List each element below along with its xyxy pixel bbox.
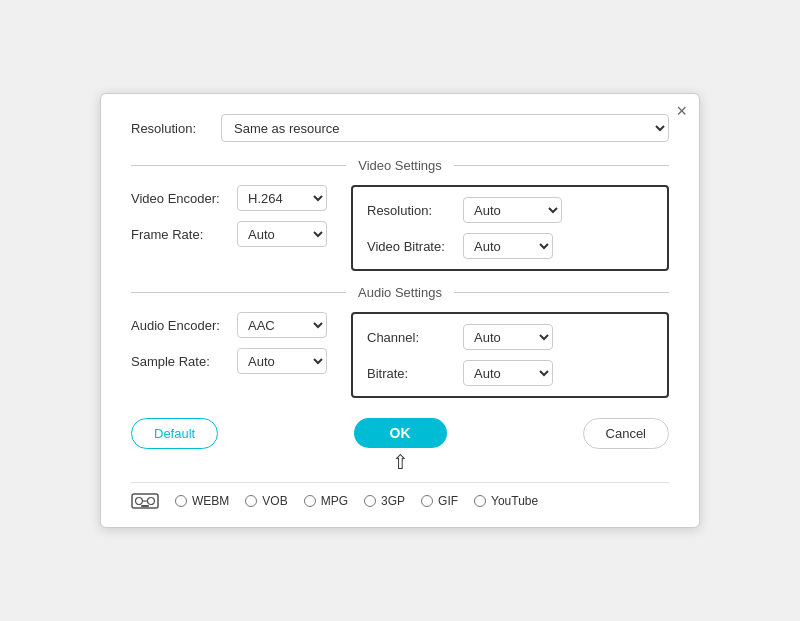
svg-point-1 <box>136 498 143 505</box>
ok-button[interactable]: OK <box>354 418 447 448</box>
format-gif-label: GIF <box>438 494 458 508</box>
frame-rate-select[interactable]: Auto 24 30 60 <box>237 221 327 247</box>
top-resolution-select[interactable]: Same as resource 1920x1080 1280x720 <box>221 114 669 142</box>
audio-bitrate-row: Bitrate: Auto 128k 192k 320k <box>367 360 653 386</box>
divider-line-left <box>131 165 346 166</box>
video-resolution-row: Resolution: Auto 1920x1080 1280x720 <box>367 197 653 223</box>
format-3gp-radio[interactable] <box>364 495 376 507</box>
frame-rate-label: Frame Rate: <box>131 227 231 242</box>
audio-encoder-select[interactable]: AAC MP3 WAV <box>237 312 327 338</box>
video-encoder-label: Video Encoder: <box>131 191 231 206</box>
svg-point-2 <box>148 498 155 505</box>
format-gif[interactable]: GIF <box>421 494 458 508</box>
audio-right-col: Channel: Auto Mono Stereo Bitrate: Auto … <box>351 312 669 398</box>
default-button[interactable]: Default <box>131 418 218 449</box>
video-bitrate-select[interactable]: Auto 1000k 2000k 4000k <box>463 233 553 259</box>
video-left-col: Video Encoder: H.264 H.265 MPEG-4 Frame … <box>131 185 351 271</box>
cancel-button[interactable]: Cancel <box>583 418 669 449</box>
format-mpg[interactable]: MPG <box>304 494 348 508</box>
format-3gp-label: 3GP <box>381 494 405 508</box>
video-right-col: Resolution: Auto 1920x1080 1280x720 Vide… <box>351 185 669 271</box>
audio-encoder-label: Audio Encoder: <box>131 318 231 333</box>
top-resolution-label: Resolution: <box>131 121 211 136</box>
buttons-row: Default OK Cancel <box>131 418 669 448</box>
format-mpg-radio[interactable] <box>304 495 316 507</box>
audio-settings-title: Audio Settings <box>346 285 454 300</box>
format-gif-radio[interactable] <box>421 495 433 507</box>
format-vob-label: VOB <box>262 494 287 508</box>
format-youtube[interactable]: YouTube <box>474 494 538 508</box>
format-youtube-label: YouTube <box>491 494 538 508</box>
format-webm-label: WEBM <box>192 494 229 508</box>
frame-rate-row: Frame Rate: Auto 24 30 60 <box>131 221 351 247</box>
video-bitrate-row: Video Bitrate: Auto 1000k 2000k 4000k <box>367 233 653 259</box>
format-webm[interactable]: WEBM <box>175 494 229 508</box>
sample-rate-label: Sample Rate: <box>131 354 231 369</box>
format-mpg-label: MPG <box>321 494 348 508</box>
audio-divider-right <box>454 292 669 293</box>
video-bitrate-label: Video Bitrate: <box>367 239 457 254</box>
svg-rect-4 <box>141 505 149 507</box>
divider-line-right <box>454 165 669 166</box>
cassette-svg <box>131 492 159 510</box>
channel-select[interactable]: Auto Mono Stereo <box>463 324 553 350</box>
format-vob-radio[interactable] <box>245 495 257 507</box>
video-settings-divider: Video Settings <box>131 158 669 173</box>
channel-label: Channel: <box>367 330 457 345</box>
video-settings-title: Video Settings <box>346 158 454 173</box>
channel-row: Channel: Auto Mono Stereo <box>367 324 653 350</box>
settings-dialog: × Resolution: Same as resource 1920x1080… <box>100 93 700 528</box>
top-resolution-row: Resolution: Same as resource 1920x1080 1… <box>131 114 669 142</box>
audio-settings-divider: Audio Settings <box>131 285 669 300</box>
audio-bitrate-select[interactable]: Auto 128k 192k 320k <box>463 360 553 386</box>
video-encoder-row: Video Encoder: H.264 H.265 MPEG-4 <box>131 185 351 211</box>
video-resolution-label: Resolution: <box>367 203 457 218</box>
arrow-indicator: ⇧ <box>131 452 669 472</box>
audio-encoder-row: Audio Encoder: AAC MP3 WAV <box>131 312 351 338</box>
video-resolution-select[interactable]: Auto 1920x1080 1280x720 <box>463 197 562 223</box>
tape-icon <box>131 491 159 511</box>
audio-settings-grid: Audio Encoder: AAC MP3 WAV Sample Rate: … <box>131 312 669 398</box>
format-bar: WEBM VOB MPG 3GP GIF YouTube <box>131 482 669 511</box>
format-webm-radio[interactable] <box>175 495 187 507</box>
video-encoder-select[interactable]: H.264 H.265 MPEG-4 <box>237 185 327 211</box>
close-button[interactable]: × <box>676 102 687 120</box>
format-youtube-radio[interactable] <box>474 495 486 507</box>
audio-left-col: Audio Encoder: AAC MP3 WAV Sample Rate: … <box>131 312 351 398</box>
audio-bitrate-label: Bitrate: <box>367 366 457 381</box>
audio-divider-left <box>131 292 346 293</box>
video-settings-grid: Video Encoder: H.264 H.265 MPEG-4 Frame … <box>131 185 669 271</box>
sample-rate-select[interactable]: Auto 44100 48000 <box>237 348 327 374</box>
format-3gp[interactable]: 3GP <box>364 494 405 508</box>
sample-rate-row: Sample Rate: Auto 44100 48000 <box>131 348 351 374</box>
format-vob[interactable]: VOB <box>245 494 287 508</box>
